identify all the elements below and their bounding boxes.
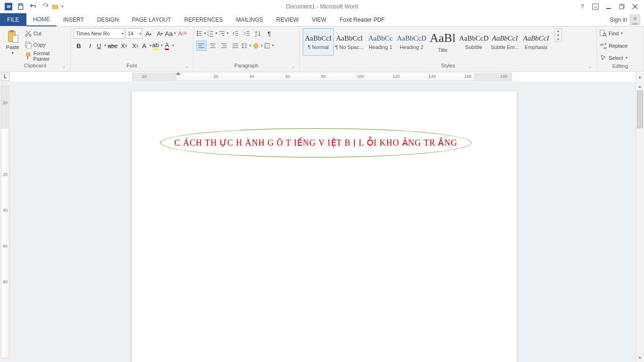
home-tab[interactable]: HOME <box>26 13 57 26</box>
ribbon-display-button[interactable] <box>589 1 602 12</box>
svg-rect-12 <box>13 35 18 42</box>
italic-button[interactable]: I <box>85 41 95 51</box>
sort-button[interactable]: AZ <box>253 28 263 39</box>
svg-text:3: 3 <box>207 35 209 37</box>
vertical-ruler[interactable]: 2020406080 <box>1 86 9 358</box>
style-title[interactable]: AaBlTitle <box>427 28 458 56</box>
styles-launcher[interactable]: ⌐ <box>588 65 594 70</box>
style---normal[interactable]: AaBbCcI¶ Normal <box>303 28 334 56</box>
numbering-button[interactable]: 123 <box>207 28 218 39</box>
page-layout-tab[interactable]: PAGE LAYOUT <box>125 13 178 26</box>
ribbon-tabs: FILE HOME INSERT DESIGN PAGE LAYOUT REFE… <box>0 13 644 26</box>
grow-font-button[interactable]: A▴ <box>143 28 154 39</box>
horizontal-ruler[interactable]: 2020406080100120140160180 <box>132 73 512 81</box>
align-right-button[interactable] <box>219 41 229 51</box>
font-size-box[interactable]: 14 <box>125 28 142 39</box>
page[interactable]: C ÁCH TH ỰC H ÀNH G Õ T IẾNG V IỆT B Ị L… <box>132 91 517 362</box>
copy-button[interactable]: Copy <box>25 40 67 50</box>
align-left-button[interactable] <box>196 41 206 51</box>
svg-point-25 <box>197 35 198 36</box>
replace-button[interactable]: abac Replace <box>600 41 627 51</box>
close-button[interactable] <box>629 1 641 12</box>
strikethrough-button[interactable]: abc <box>107 41 118 51</box>
line-spacing-button[interactable] <box>241 41 252 51</box>
decrease-indent-button[interactable] <box>230 28 240 39</box>
save-button[interactable] <box>15 1 27 12</box>
cut-button[interactable]: Cut <box>25 28 67 39</box>
bullets-button[interactable] <box>196 28 206 39</box>
borders-button[interactable] <box>264 41 274 51</box>
redo-button[interactable] <box>39 1 51 12</box>
paragraph-launcher[interactable]: ⌐ <box>291 65 297 70</box>
sign-in-link[interactable]: Sign in <box>610 16 627 23</box>
avatar-icon[interactable] <box>630 15 640 25</box>
style---no-spac---[interactable]: AaBbCcI¶ No Spac... <box>334 28 365 56</box>
svg-point-23 <box>197 33 198 34</box>
replace-icon: abac <box>600 42 607 49</box>
ruler-toggle[interactable]: ▴ <box>636 73 644 81</box>
subscript-button[interactable]: X2 <box>119 41 129 51</box>
change-case-button[interactable]: Aa <box>166 28 176 39</box>
clipboard-launcher[interactable]: ⌐ <box>62 65 67 70</box>
style-subtle-em---[interactable]: AaBbCcISubtle Em... <box>489 28 520 56</box>
vertical-scrollbar[interactable]: ▴ ▾ <box>636 82 644 362</box>
svg-rect-6 <box>619 5 623 9</box>
text-effects-button[interactable]: A <box>141 41 152 51</box>
font-group: Times New Ro 14 A▴ A▾ Aa A⌫ B I U abc X2… <box>71 26 193 71</box>
minimize-button[interactable] <box>603 1 615 12</box>
superscript-button[interactable]: X2 <box>130 41 140 51</box>
view-tab[interactable]: VIEW <box>305 13 333 26</box>
style-heading-1[interactable]: AaBbCcHeading 1 <box>365 28 396 56</box>
mailings-tab[interactable]: MAILINGS <box>230 13 270 26</box>
multilevel-button[interactable] <box>219 28 229 39</box>
review-tab[interactable]: REVIEW <box>270 13 305 26</box>
design-tab[interactable]: DESIGN <box>91 13 125 26</box>
underline-button[interactable]: U <box>96 41 107 51</box>
style-emphasis[interactable]: AaBbCcIEmphasis <box>520 28 552 56</box>
editing-group: Find abac Replace Select Editing <box>597 26 644 71</box>
document-area: 2020406080 C ÁCH TH ỰC H ÀNH G Õ T IẾNG … <box>0 82 644 362</box>
scroll-thumb[interactable] <box>637 90 643 128</box>
shrink-font-button[interactable]: A▾ <box>155 28 165 39</box>
clear-formatting-button[interactable]: A⌫ <box>177 28 188 39</box>
help-button[interactable]: ? <box>576 1 588 12</box>
find-button[interactable]: Find <box>600 28 623 39</box>
svg-text:ab: ab <box>600 43 604 46</box>
foxit-tab[interactable]: Foxit Reader PDF <box>333 13 391 26</box>
show-marks-button[interactable]: ¶ <box>264 28 274 39</box>
font-name-box[interactable]: Times New Ro <box>74 28 124 39</box>
justify-button[interactable] <box>230 41 240 51</box>
open-folder-button[interactable] <box>51 1 64 12</box>
styles-gallery[interactable]: AaBbCcI¶ NormalAaBbCcI¶ No Spac...AaBbCc… <box>303 28 552 56</box>
svg-text:A: A <box>255 31 257 34</box>
paste-button[interactable]: Paste ▾ <box>3 28 23 55</box>
styles-group: AaBbCcI¶ NormalAaBbCcI¶ No Spac...AaBbCc… <box>300 26 597 71</box>
style-heading-2[interactable]: AaBbCcDHeading 2 <box>396 28 427 56</box>
shading-button[interactable] <box>253 41 263 51</box>
undo-button[interactable] <box>27 1 39 12</box>
references-tab[interactable]: REFERENCES <box>178 13 230 26</box>
oval-text[interactable]: C ÁCH TH ỰC H ÀNH G Õ T IẾNG V IỆT B Ị L… <box>174 138 458 148</box>
styles-scroll[interactable]: ▴▾▾ <box>554 28 562 42</box>
select-button[interactable]: Select <box>600 53 628 63</box>
font-color-button[interactable]: A <box>164 41 174 51</box>
font-launcher[interactable]: ⌐ <box>184 65 190 70</box>
highlight-button[interactable]: ab <box>153 41 163 51</box>
find-icon <box>600 30 607 37</box>
bold-button[interactable]: B <box>74 41 84 51</box>
quick-access-toolbar: W Document1 - Microsoft Word ? <box>0 0 644 13</box>
svg-rect-11 <box>10 30 14 33</box>
oval-shape[interactable]: C ÁCH TH ỰC H ÀNH G Õ T IẾNG V IỆT B Ị L… <box>160 128 471 157</box>
file-tab[interactable]: FILE <box>0 13 26 26</box>
svg-rect-19 <box>26 53 30 56</box>
style-subtitle[interactable]: AaBbCcDSubtitle <box>458 28 489 56</box>
align-center-button[interactable] <box>207 41 218 51</box>
restore-button[interactable] <box>616 1 628 12</box>
scissors-icon <box>25 30 32 37</box>
increase-indent-button[interactable] <box>241 28 252 39</box>
format-painter-button[interactable]: Format Painter <box>25 51 67 61</box>
tab-selector[interactable]: L <box>1 73 9 81</box>
svg-point-21 <box>197 31 198 33</box>
svg-text:Z: Z <box>255 34 257 37</box>
insert-tab[interactable]: INSERT <box>57 13 91 26</box>
